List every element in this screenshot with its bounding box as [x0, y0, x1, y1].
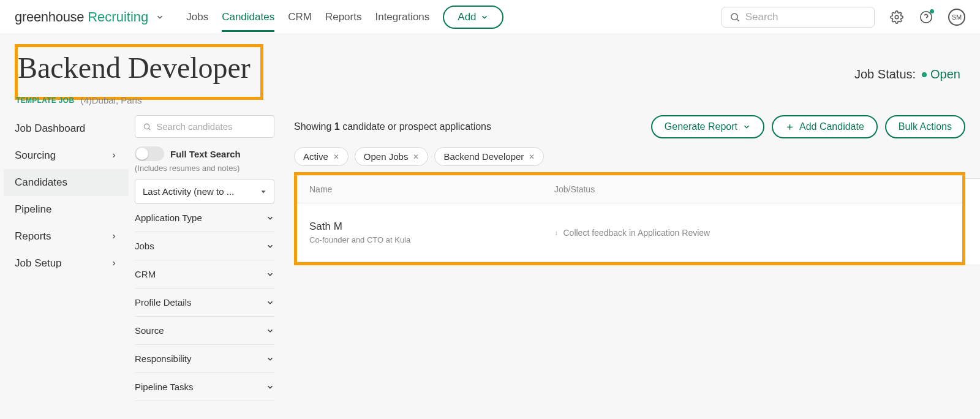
- settings-icon[interactable]: [889, 10, 904, 25]
- filter-label: Application Type: [135, 213, 202, 223]
- candidate-subtitle: Co-founder and CTO at Kula: [309, 235, 530, 244]
- chevron-down-icon: [266, 298, 274, 307]
- topbar: greenhouse Recruiting Jobs Candidates CR…: [0, 0, 980, 34]
- template-job-badge: TEMPLATE JOB: [16, 96, 74, 105]
- svg-marker-7: [262, 191, 266, 193]
- table-header: Name Job/Status: [297, 175, 962, 203]
- svg-point-5: [144, 124, 149, 129]
- sidebar-item-candidates[interactable]: Candidates: [4, 169, 129, 196]
- add-candidate-label: Add Candidate: [799, 121, 864, 132]
- logo-text-2: Recruiting: [88, 9, 148, 25]
- candidate-status: Collect feedback in Application Review: [564, 228, 710, 238]
- job-status-value: Open: [930, 67, 960, 81]
- column-status[interactable]: Job/Status: [542, 176, 962, 203]
- global-search-input[interactable]: [745, 11, 867, 23]
- chip-open-jobs[interactable]: Open Jobs ✕: [355, 147, 429, 166]
- filter-responsibility[interactable]: Responsibility: [135, 345, 274, 373]
- chevron-down-icon[interactable]: [156, 13, 164, 21]
- title-row: Backend Developer Job Status: Open: [0, 34, 980, 100]
- nav-integrations[interactable]: Integrations: [375, 2, 429, 32]
- close-icon[interactable]: ✕: [529, 153, 535, 161]
- sidebar-item-sourcing[interactable]: Sourcing: [4, 142, 129, 169]
- full-text-toggle[interactable]: [135, 146, 164, 161]
- chevron-down-icon: [480, 13, 489, 21]
- svg-point-2: [895, 15, 899, 19]
- column-name[interactable]: Name: [297, 176, 542, 203]
- svg-line-6: [149, 128, 151, 130]
- chip-label: Open Jobs: [364, 151, 409, 162]
- bulk-actions-label: Bulk Actions: [899, 121, 952, 132]
- add-button[interactable]: Add: [443, 6, 503, 29]
- logo[interactable]: greenhouse Recruiting: [15, 9, 164, 25]
- search-candidates-input[interactable]: [156, 121, 266, 132]
- filter-application-type[interactable]: Application Type: [135, 204, 274, 232]
- chip-label: Active: [303, 151, 328, 162]
- filter-jobs[interactable]: Jobs: [135, 232, 274, 260]
- nav-candidates[interactable]: Candidates: [222, 2, 274, 32]
- status-dot-icon: [922, 72, 927, 77]
- caret-down-icon: [260, 189, 266, 195]
- arrow-down-icon: ↓: [554, 228, 559, 237]
- sidebar-item-reports[interactable]: Reports: [4, 223, 129, 250]
- filter-label: Pipeline Tasks: [135, 382, 194, 392]
- full-text-note: (Includes resumes and notes): [135, 164, 274, 173]
- job-status-label: Job Status:: [854, 67, 916, 81]
- full-text-toggle-row: Full Text Search: [135, 146, 274, 161]
- add-candidate-button[interactable]: Add Candidate: [772, 115, 878, 138]
- content: Job Dashboard Sourcing Candidates Pipeli…: [0, 114, 980, 401]
- filter-label: CRM: [135, 269, 156, 279]
- top-nav: Jobs Candidates CRM Reports Integrations: [186, 2, 429, 32]
- search-icon: [729, 11, 741, 23]
- svg-line-1: [737, 19, 739, 21]
- job-status: Job Status: Open: [854, 67, 965, 81]
- nav-reports[interactable]: Reports: [325, 2, 362, 32]
- close-icon[interactable]: ✕: [413, 153, 419, 161]
- filter-column: Full Text Search (Includes resumes and n…: [129, 115, 281, 401]
- filter-profile-details[interactable]: Profile Details: [135, 289, 274, 317]
- chevron-down-icon: [266, 327, 274, 335]
- close-icon[interactable]: ✕: [333, 153, 339, 161]
- filter-crm[interactable]: CRM: [135, 260, 274, 289]
- filter-label: Source: [135, 325, 164, 336]
- plus-icon: [785, 123, 794, 132]
- add-button-label: Add: [458, 11, 476, 23]
- sidebar-item-pipeline[interactable]: Pipeline: [4, 196, 129, 223]
- help-icon[interactable]: [919, 10, 933, 25]
- nav-jobs[interactable]: Jobs: [186, 2, 208, 32]
- sidebar-item-label: Job Setup: [15, 257, 62, 270]
- chip-active[interactable]: Active ✕: [294, 147, 349, 166]
- avatar[interactable]: SM: [948, 9, 965, 26]
- chevron-down-icon: [266, 242, 274, 251]
- search-candidates[interactable]: [135, 115, 274, 138]
- bulk-actions-button[interactable]: Bulk Actions: [885, 115, 965, 138]
- chevron-down-icon: [266, 214, 274, 222]
- sort-select-label: Last Activity (new to ...: [143, 186, 234, 197]
- candidate-name: Sath M: [309, 221, 530, 233]
- svg-point-3: [921, 11, 932, 22]
- sidebar: Job Dashboard Sourcing Candidates Pipeli…: [0, 115, 129, 401]
- svg-point-0: [731, 13, 737, 20]
- sort-select[interactable]: Last Activity (new to ...: [135, 179, 274, 204]
- filter-chips: Active ✕ Open Jobs ✕ Backend Developer ✕: [294, 147, 965, 166]
- chip-backend-developer[interactable]: Backend Developer ✕: [434, 147, 544, 166]
- chevron-right-icon: [110, 152, 118, 159]
- chevron-right-icon: [110, 233, 118, 240]
- filter-source[interactable]: Source: [135, 317, 274, 345]
- global-search[interactable]: [722, 7, 875, 28]
- filter-label: Profile Details: [135, 297, 192, 308]
- nav-crm[interactable]: CRM: [288, 2, 312, 32]
- filter-label: Responsibility: [135, 353, 192, 364]
- sidebar-item-job-dashboard[interactable]: Job Dashboard: [4, 115, 129, 142]
- filter-pipeline-tasks[interactable]: Pipeline Tasks: [135, 373, 274, 401]
- sidebar-item-label: Pipeline: [15, 203, 52, 216]
- chevron-down-icon: [266, 270, 274, 279]
- sidebar-item-job-setup[interactable]: Job Setup: [4, 250, 129, 277]
- generate-report-label: Generate Report: [665, 121, 737, 132]
- main-top-row: Showing 1 candidate or prospect applicat…: [294, 115, 965, 138]
- title-highlight-box: Backend Developer: [15, 44, 263, 100]
- table-row[interactable]: Sath M Co-founder and CTO at Kula ↓ Coll…: [297, 203, 962, 262]
- search-icon: [143, 122, 151, 132]
- page-title: Backend Developer: [18, 51, 251, 85]
- main-column: Showing 1 candidate or prospect applicat…: [281, 115, 965, 401]
- generate-report-button[interactable]: Generate Report: [651, 115, 764, 138]
